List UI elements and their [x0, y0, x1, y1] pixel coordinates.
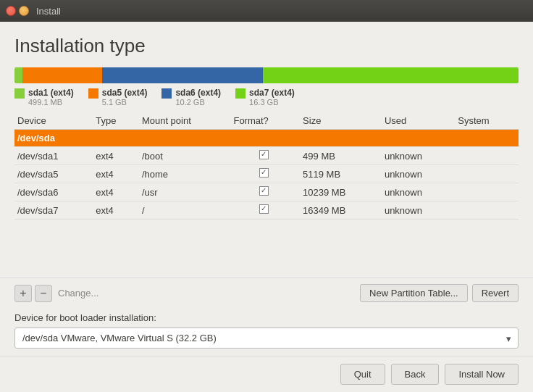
checkbox-icon — [259, 204, 269, 214]
cell-device: /dev/sda6 — [14, 183, 93, 201]
legend-size-sda7: 16.3 GB — [249, 98, 295, 107]
add-partition-button[interactable]: + — [14, 285, 32, 302]
bootloader-select[interactable]: /dev/sda VMware, VMware Virtual S (32.2 … — [14, 328, 519, 349]
cell-format — [230, 201, 300, 220]
install-now-button[interactable]: Install Now — [445, 364, 519, 385]
cell-used: unknown — [382, 201, 455, 220]
cell-system — [455, 201, 519, 220]
table-row[interactable]: /dev/sda5 ext4 /home 5119 MB unknown — [14, 165, 519, 183]
cell-format — [230, 165, 300, 183]
cell-format — [230, 183, 300, 201]
cell-device: /dev/sda1 — [14, 147, 93, 165]
close-button[interactable] — [6, 6, 16, 16]
legend-color-sda7 — [235, 88, 245, 99]
cell-size: 16349 MB — [300, 201, 382, 220]
cell-size: 5119 MB — [300, 165, 382, 183]
disk-segment-sda1 — [14, 67, 22, 83]
legend-name-sda1: sda1 (ext4) — [28, 88, 74, 98]
table-row[interactable]: /dev/sda7 ext4 / 16349 MB unknown — [14, 201, 519, 220]
cell-used: unknown — [382, 147, 455, 165]
cell-device: /dev/sda7 — [14, 201, 93, 220]
legend-color-sda1 — [14, 88, 25, 99]
disk-segment-sda6 — [102, 67, 262, 83]
legend-sda7: sda7 (ext4) 16.3 GB — [235, 88, 295, 107]
disk-segment-sda7 — [263, 67, 519, 83]
cell-system — [455, 147, 519, 165]
cell-device: /dev/sda — [14, 130, 93, 147]
table-row[interactable]: /dev/sda1 ext4 /boot 499 MB unknown — [14, 147, 519, 165]
cell-format — [230, 130, 300, 147]
checkbox-icon — [259, 186, 269, 196]
cell-used: unknown — [382, 165, 455, 183]
cell-used — [382, 130, 455, 147]
cell-mount: /boot — [139, 147, 231, 165]
col-header-format: Format? — [230, 112, 300, 130]
legend-name-sda7: sda7 (ext4) — [249, 88, 295, 98]
legend-size-sda5: 5.1 GB — [102, 98, 148, 107]
page-title: Installation type — [0, 22, 533, 67]
legend-color-sda5 — [88, 88, 98, 99]
cell-mount — [139, 130, 231, 147]
bootloader-label: Device for boot loader installation: — [14, 312, 519, 323]
bottom-buttons: Quit Back Install Now — [0, 356, 533, 392]
disk-segment-sda5 — [22, 67, 103, 83]
legend-name-sda5: sda5 (ext4) — [102, 88, 148, 98]
new-partition-table-button[interactable]: New Partition Table... — [360, 284, 468, 302]
cell-mount: /home — [139, 165, 231, 183]
quit-button[interactable]: Quit — [340, 364, 385, 385]
cell-size: 10239 MB — [300, 183, 382, 201]
remove-partition-button[interactable]: − — [35, 285, 52, 302]
revert-button[interactable]: Revert — [472, 284, 519, 302]
col-header-mount: Mount point — [139, 112, 231, 130]
cell-size: 499 MB — [300, 147, 382, 165]
legend-size-sda1: 499.1 MB — [28, 98, 74, 107]
col-header-type: Type — [93, 112, 139, 130]
cell-type: ext4 — [93, 201, 139, 220]
legend-sda5: sda5 (ext4) 5.1 GB — [88, 88, 148, 107]
minimize-button[interactable] — [19, 6, 29, 16]
col-header-device: Device — [14, 112, 93, 130]
window-controls — [6, 6, 29, 16]
bootloader-wrapper: /dev/sda VMware, VMware Virtual S (32.2 … — [14, 328, 519, 349]
table-row[interactable]: /dev/sda — [14, 130, 519, 147]
cell-system — [455, 165, 519, 183]
disk-bar — [14, 67, 519, 83]
bootloader-section: Device for boot loader installation: /de… — [0, 308, 533, 356]
main-content: Installation type sda1 (ext4) 499.1 MB s… — [0, 22, 533, 392]
disk-bar-section: sda1 (ext4) 499.1 MB sda5 (ext4) 5.1 GB … — [0, 67, 533, 112]
change-partition-button[interactable]: Change... — [55, 286, 101, 300]
legend-size-sda6: 10.2 GB — [175, 98, 221, 107]
right-buttons: New Partition Table... Revert — [360, 284, 519, 302]
legend-name-sda6: sda6 (ext4) — [175, 88, 221, 98]
partition-table: Device Type Mount point Format? Size Use… — [14, 112, 519, 220]
legend-color-sda6 — [161, 88, 172, 99]
legend-sda6: sda6 (ext4) 10.2 GB — [161, 88, 221, 107]
cell-mount: / — [139, 201, 231, 220]
table-section: Device Type Mount point Format? Size Use… — [0, 112, 533, 278]
cell-system — [455, 130, 519, 147]
cell-type: ext4 — [93, 165, 139, 183]
table-row[interactable]: /dev/sda6 ext4 /usr 10239 MB unknown — [14, 183, 519, 201]
table-header-row: Device Type Mount point Format? Size Use… — [14, 112, 519, 130]
cell-type: ext4 — [93, 147, 139, 165]
col-header-system: System — [455, 112, 519, 130]
col-header-size: Size — [300, 112, 382, 130]
checkbox-icon — [259, 150, 269, 159]
cell-type: ext4 — [93, 183, 139, 201]
legend-sda1: sda1 (ext4) 499.1 MB — [14, 88, 74, 107]
cell-type — [93, 130, 139, 147]
cell-mount: /usr — [139, 183, 231, 201]
col-header-used: Used — [382, 112, 455, 130]
cell-system — [455, 183, 519, 201]
cell-device: /dev/sda5 — [14, 165, 93, 183]
cell-format — [230, 147, 300, 165]
back-button[interactable]: Back — [391, 364, 440, 385]
cell-used: unknown — [382, 183, 455, 201]
cell-size — [300, 130, 382, 147]
checkbox-icon — [259, 168, 269, 178]
window-title: Install — [36, 6, 61, 17]
titlebar: Install — [0, 0, 533, 22]
toolbar: + − Change... New Partition Table... Rev… — [0, 278, 533, 308]
disk-legend: sda1 (ext4) 499.1 MB sda5 (ext4) 5.1 GB … — [14, 88, 519, 107]
